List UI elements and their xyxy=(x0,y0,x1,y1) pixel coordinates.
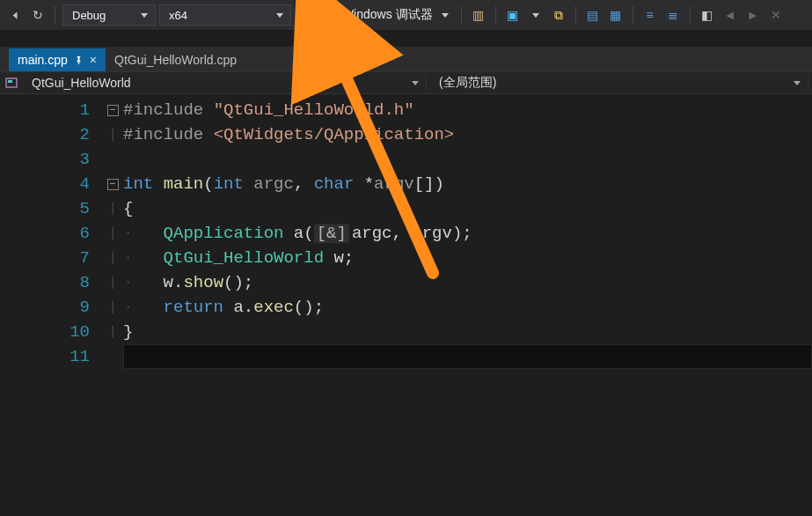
fold-marker[interactable]: │ xyxy=(106,221,120,246)
play-icon xyxy=(300,10,309,20)
line-number: 2 xyxy=(0,122,90,147)
uncomment-icon[interactable]: ≣ xyxy=(663,5,683,25)
separator xyxy=(633,6,633,24)
fold-marker[interactable] xyxy=(106,344,120,369)
context-bar: QtGui_HelloWorld (全局范围) xyxy=(0,71,812,94)
global-scope-dropdown[interactable]: (全局范围) xyxy=(432,75,808,91)
code-line[interactable]: · return a.exec(); xyxy=(123,295,812,320)
code-line[interactable]: #include "QtGui_HelloWorld.h" xyxy=(123,98,812,122)
code-line[interactable]: · w.show(); xyxy=(123,270,812,295)
line-number: 7 xyxy=(0,246,90,270)
tab-main-cpp[interactable]: main.cpp × xyxy=(9,48,106,71)
fold-column[interactable]: −│ −││││││ xyxy=(106,94,120,516)
back-icon[interactable] xyxy=(5,5,25,25)
platform-dropdown-label: x64 xyxy=(169,9,187,22)
code-area[interactable]: #include "QtGui_HelloWorld.h"#include <Q… xyxy=(120,94,812,516)
chevron-down-icon xyxy=(442,8,449,22)
tab-label: QtGui_HelloWorld.cpp xyxy=(114,53,237,67)
bookmark-icon[interactable]: ◧ xyxy=(698,5,717,25)
fold-marker[interactable]: │ xyxy=(106,196,120,221)
separator xyxy=(461,6,462,24)
svg-rect-0 xyxy=(78,62,79,64)
line-number-gutter: 1234567891011 xyxy=(0,94,106,516)
fold-marker[interactable]: │ xyxy=(106,246,120,270)
editor-tab-bar: main.cpp × QtGui_HelloWorld.cpp xyxy=(0,47,812,71)
separator xyxy=(495,6,496,24)
bookmark-clear-icon[interactable]: ✕ xyxy=(766,5,786,25)
project-scope-dropdown[interactable]: QtGui_HelloWorld xyxy=(25,76,427,90)
chevron-down-icon xyxy=(412,76,419,90)
separator xyxy=(55,6,55,24)
line-number: 10 xyxy=(0,320,90,344)
fold-marker[interactable]: │ xyxy=(106,270,120,295)
line-number: 5 xyxy=(0,196,90,221)
fold-marker[interactable]: │ xyxy=(106,295,120,320)
start-debugger-label: 本地 Windows 调试器 xyxy=(314,7,433,23)
fold-marker[interactable]: │ xyxy=(106,122,120,147)
line-number: 3 xyxy=(0,147,90,172)
line-number: 6 xyxy=(0,221,90,246)
line-number: 11 xyxy=(0,344,90,369)
project-scope-label: QtGui_HelloWorld xyxy=(32,76,131,90)
fold-marker[interactable]: − xyxy=(106,172,120,196)
line-number: 9 xyxy=(0,295,90,320)
bookmark-prev-icon[interactable]: ◄ xyxy=(721,5,740,25)
chevron-down-icon xyxy=(269,9,283,22)
line-number: 4 xyxy=(0,172,90,196)
tab-qtgui-helloworld-cpp[interactable]: QtGui_HelloWorld.cpp xyxy=(106,48,245,71)
fold-marker[interactable] xyxy=(106,147,120,172)
start-debugger-button[interactable]: 本地 Windows 调试器 xyxy=(295,4,454,26)
code-line[interactable]: #include <QtWidgets/QApplication> xyxy=(123,122,812,147)
outdent-icon[interactable]: ▦ xyxy=(606,5,625,25)
code-line[interactable] xyxy=(123,344,812,369)
pin-icon[interactable] xyxy=(75,56,83,64)
main-toolbar: ↻ Debug x64 本地 Windows 调试器 ▥ ▣ ⧉ ▤ ▦ ≡ ≣… xyxy=(0,0,812,31)
svg-rect-2 xyxy=(8,80,12,83)
close-icon[interactable]: × xyxy=(90,53,97,67)
indent-icon[interactable]: ▤ xyxy=(583,5,603,25)
code-line[interactable]: · QtGui_HelloWorld w; xyxy=(123,246,812,270)
fold-marker[interactable]: │ xyxy=(106,320,120,344)
separator xyxy=(575,6,576,24)
tool-icon[interactable]: ⧉ xyxy=(549,5,568,25)
platform-dropdown[interactable]: x64 xyxy=(159,4,291,26)
chevron-down-icon xyxy=(134,9,148,22)
code-editor[interactable]: 1234567891011 −│ −││││││ #include "QtGui… xyxy=(0,94,812,516)
line-number: 1 xyxy=(0,98,90,122)
code-line[interactable] xyxy=(123,147,812,172)
image-icon[interactable]: ▣ xyxy=(503,5,523,25)
chevron-down-icon xyxy=(794,76,801,90)
global-scope-label: (全局范围) xyxy=(439,75,496,91)
tab-label: main.cpp xyxy=(18,53,68,67)
separator xyxy=(690,6,691,24)
comment-icon[interactable]: ≡ xyxy=(640,5,660,25)
code-line[interactable]: } xyxy=(123,320,812,344)
line-number: 8 xyxy=(0,270,90,295)
code-line[interactable]: { xyxy=(123,196,812,221)
fold-marker[interactable]: − xyxy=(106,98,120,122)
config-dropdown-label: Debug xyxy=(72,9,106,22)
refresh-icon[interactable]: ↻ xyxy=(28,5,48,25)
bookmark-next-icon[interactable]: ► xyxy=(743,5,763,25)
chevron-down-icon[interactable] xyxy=(526,5,545,25)
project-icon xyxy=(4,75,19,91)
code-line[interactable]: · QApplication a([&]argc, argv); xyxy=(123,221,812,246)
folder-icon[interactable]: ▥ xyxy=(469,5,488,25)
code-line[interactable]: int main(int argc, char *argv[]) xyxy=(123,172,812,196)
config-dropdown[interactable]: Debug xyxy=(62,4,156,26)
